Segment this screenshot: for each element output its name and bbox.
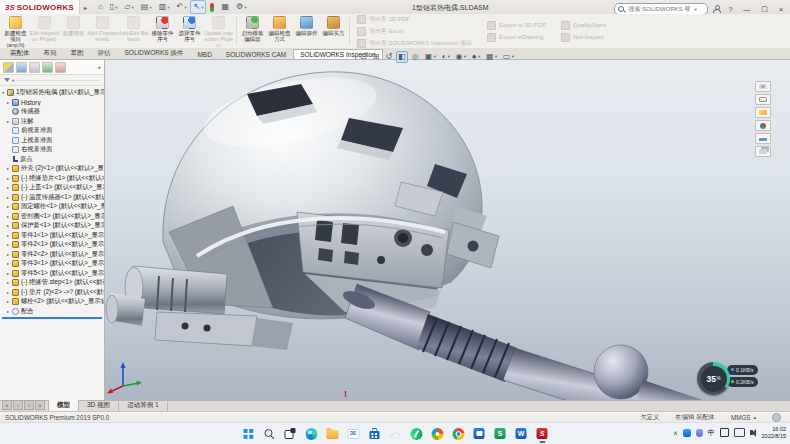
status-tag-icon[interactable]	[772, 413, 781, 422]
photos-app-icon[interactable]	[431, 427, 444, 440]
tree-item-component[interactable]: ▸螺栓<2> (默认<<默认>_显示状态	[0, 297, 104, 307]
edit-operation-button[interactable]: 编辑操作	[293, 14, 320, 48]
microsoft-store-icon[interactable]	[368, 427, 381, 440]
tray-shield-icon[interactable]	[696, 429, 703, 437]
chrome-browser-icon[interactable]	[452, 427, 465, 440]
view-orientation-icon[interactable]: ▣▾	[423, 51, 438, 63]
apply-scene-icon[interactable]: ▦▾	[484, 51, 499, 63]
select-tool-button[interactable]: ↖▾	[190, 0, 206, 14]
tree-rollback-bar[interactable]	[2, 317, 102, 319]
tab-3d-views[interactable]: 3D 视图	[79, 400, 119, 411]
green-circle-app-icon[interactable]	[410, 427, 423, 440]
new-document-button[interactable]: ▯▾	[107, 0, 121, 14]
zoom-to-area-icon[interactable]: ⊞	[371, 51, 382, 63]
view-palette-tab-icon[interactable]	[755, 133, 771, 144]
task-view-icon[interactable]	[284, 427, 297, 440]
tree-item-component[interactable]: ▸零件2<2> (默认<<默认>_显示状	[0, 250, 104, 260]
tab-strip-overflow-icon[interactable]: ▸	[98, 64, 101, 70]
start-button[interactable]	[242, 427, 255, 440]
edit-instance-button[interactable]: 编辑实方	[320, 14, 347, 48]
tree-item-component[interactable]: ▸(-) 上盖<1> (默认<<默认>_显示状	[0, 183, 104, 193]
tree-item-component[interactable]: ▸(-) 绝缘管.step<1> (默认<<默认>	[0, 278, 104, 288]
design-library-tab-icon[interactable]	[755, 94, 771, 105]
mail-app-icon[interactable]: ✉	[347, 427, 360, 440]
tree-item-front-plane[interactable]: 前视基准面	[0, 126, 104, 136]
tree-item-component[interactable]: ▸密封圈<1> (默认<<默认>_显示状	[0, 212, 104, 222]
tab-mbd[interactable]: MBD	[190, 49, 218, 60]
custom-properties-tab-icon[interactable]	[755, 146, 771, 157]
tree-item-component[interactable]: ▸零件2<1> (默认<<默认>_显示状	[0, 240, 104, 250]
tree-item-component[interactable]: ▸零件5<1> (默认<<默认>_显示状	[0, 269, 104, 279]
tree-item-component[interactable]: ▸外壳 (2)<1> (默认<<默认>_显示状	[0, 164, 104, 174]
file-properties-button[interactable]: ▦	[218, 0, 232, 14]
rebuild-button[interactable]	[207, 0, 217, 14]
tray-volume-icon[interactable]	[750, 430, 753, 435]
tray-display-icon[interactable]	[734, 428, 745, 437]
export-3d-pdf-button[interactable]: Export to 3D PDF	[487, 21, 546, 30]
previous-view-icon[interactable]: ↺	[383, 51, 394, 63]
minimize-button[interactable]: —	[740, 6, 753, 13]
word-app-icon[interactable]: W	[515, 427, 528, 440]
tree-item-component[interactable]: ▸固定螺栓<1> (默认<<默认>_显示	[0, 202, 104, 212]
launch-template-editor-button[interactable]: 启动模板编辑器	[239, 14, 266, 48]
tree-item-sensors[interactable]: 传感器	[0, 107, 104, 117]
export-edrawing-button[interactable]: Export eDrawing	[487, 33, 546, 42]
annotation-visibility-icon[interactable]: ◎	[410, 51, 421, 63]
view-settings-icon[interactable]: ▭▾	[501, 51, 516, 63]
units-selector[interactable]: MMGS ▴	[731, 414, 756, 421]
tab-solidworks-cam[interactable]: SOLIDWORKS CAM	[219, 49, 293, 60]
search-dropdown-caret-icon[interactable]: ▾	[694, 7, 696, 12]
restore-button[interactable]: ▢	[758, 5, 771, 13]
open-button[interactable]: ▱▾	[121, 0, 136, 14]
search-input[interactable]	[626, 5, 692, 13]
select-balloons-button[interactable]: 选择零件序号	[176, 14, 203, 48]
tree-item-top-plane[interactable]: 上视基准面	[0, 136, 104, 146]
zoom-to-fit-icon[interactable]: ⊡	[358, 51, 369, 63]
export-excel-button[interactable]: 导出至 Excel	[357, 27, 472, 36]
close-button[interactable]: ×	[776, 6, 786, 13]
network-speed-widget[interactable]: 0.1KB/s 0.2KB/s 35%	[697, 362, 763, 396]
tab-assembly[interactable]: 装配体	[3, 47, 37, 60]
menu-flyout-arrow[interactable]: ▸	[84, 4, 87, 11]
new-inspection-project-button[interactable]: 新建检查项目 (amp;N)	[2, 14, 29, 48]
display-style-icon[interactable]: ◐▾	[439, 51, 451, 63]
login-user-icon[interactable]	[713, 5, 720, 13]
net-inspect-button[interactable]: Net-Inspect	[561, 33, 606, 42]
taskbar-clock[interactable]: 16:02 2022/8/15	[762, 426, 786, 439]
tree-item-origin[interactable]: 原点	[0, 155, 104, 165]
undo-button[interactable]: ↶▾	[174, 0, 190, 14]
tree-item-right-plane[interactable]: 右视基准面	[0, 145, 104, 155]
blue-book-app-icon[interactable]	[473, 427, 486, 440]
export-inspection-project-button[interactable]: 导出至 SOLIDWORKS Inspection 项目	[357, 39, 472, 48]
edit-appearance-icon[interactable]: ●▾	[470, 51, 482, 63]
options-button[interactable]: ⚙▾	[233, 0, 249, 14]
3d-model-canvas[interactable]	[105, 60, 790, 400]
tree-item-assembly-root[interactable]: ▾1型铠装热电偶 (默认<默认_显示状态-1>	[0, 88, 104, 98]
add-edit-balloons-button[interactable]: Add/Edit Balloons	[118, 14, 149, 48]
taskbar-search-icon[interactable]	[263, 427, 276, 440]
edge-browser-icon[interactable]	[305, 427, 318, 440]
tree-item-history[interactable]: ▸History	[0, 98, 104, 108]
onedrive-cloud-icon[interactable]: ☁	[389, 427, 402, 440]
ime-mode-icon[interactable]	[720, 428, 729, 437]
configuration-manager-tab-icon[interactable]	[29, 62, 40, 73]
new-template-button[interactable]: 新建模板	[60, 14, 87, 48]
edit-inspection-project-button[interactable]: Edit Inspection Project	[29, 14, 60, 48]
tree-item-component[interactable]: ▸零件1<1> (默认<<默认>_显示状态-	[0, 231, 104, 241]
tab-model[interactable]: 模型	[48, 400, 79, 411]
featuremanager-tree-tab-icon[interactable]	[3, 62, 14, 73]
tab-scroll-first-button[interactable]: «	[2, 400, 12, 410]
solidworks-resources-tab-icon[interactable]	[755, 81, 771, 92]
appearances-tab-icon[interactable]	[755, 120, 771, 131]
filter-caret-icon[interactable]: ▾	[12, 78, 14, 83]
filter-funnel-icon[interactable]	[4, 78, 10, 82]
tree-item-component[interactable]: ▸零件3<1> (默认<<默认>_显示状	[0, 259, 104, 269]
tree-item-component[interactable]: ▸(-) 温度传感器<1> (默认<<默认>_	[0, 193, 104, 203]
dimxpert-manager-tab-icon[interactable]	[42, 62, 53, 73]
save-button[interactable]: ▤▾	[138, 0, 155, 14]
green-docs-app-icon[interactable]: S	[494, 427, 507, 440]
tab-evaluate[interactable]: 评估	[91, 47, 118, 60]
export-2d-pdf-button[interactable]: 导出至 2D PDF	[357, 15, 472, 24]
file-explorer-tab-icon[interactable]	[755, 107, 771, 118]
help-button[interactable]: ?	[725, 6, 735, 13]
